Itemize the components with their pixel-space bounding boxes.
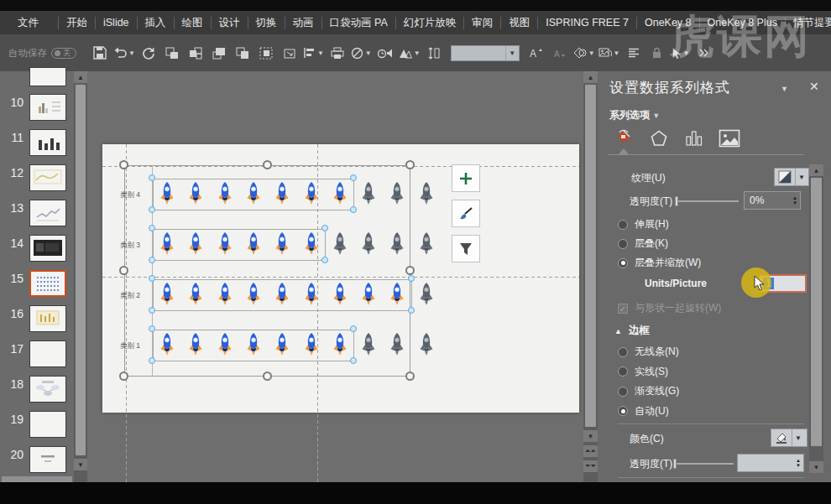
undo-icon[interactable]: ▼	[113, 42, 135, 64]
more-commands-icon[interactable]	[694, 42, 714, 64]
ribbon-tab-6[interactable]: 切换	[248, 11, 285, 34]
slide-thumbnail-14[interactable]	[29, 235, 66, 262]
border-section-header[interactable]: ▲ 边框	[614, 324, 650, 338]
slide-thumbnail-19[interactable]	[29, 411, 66, 438]
grow-font-icon[interactable]: A	[526, 42, 546, 64]
slide-thumbnail-18[interactable]	[29, 376, 66, 403]
selection-handle[interactable]	[405, 372, 415, 381]
ribbon-tab-file[interactable]: 文件	[10, 11, 46, 34]
next-slide-icon[interactable]: ⏷⏷	[583, 460, 598, 472]
resize-shape-icon[interactable]	[280, 42, 300, 64]
ribbon-tab-2[interactable]: iSlide	[96, 11, 137, 34]
chart-filters-button[interactable]	[452, 235, 480, 262]
slide-thumbnail-16[interactable]	[29, 305, 66, 332]
slide-thumbnail-11[interactable]	[29, 129, 66, 156]
merge-shapes-icon[interactable]: ▼	[573, 42, 595, 64]
border-radio-0[interactable]: 无线条(N)	[618, 345, 679, 359]
autosave-toggle[interactable]: 自动保存 关	[8, 47, 76, 60]
pane-scrollbar[interactable]: ▲ ▼	[809, 164, 823, 473]
fill-radio-2[interactable]: 层叠并缩放(W)	[618, 256, 701, 270]
timing-sound-icon[interactable]	[375, 42, 395, 64]
selection-handle[interactable]	[119, 372, 128, 381]
data-point-selection[interactable]	[153, 179, 354, 210]
fill-radio-1[interactable]: 层叠(K)	[618, 236, 668, 251]
border-radio-1[interactable]: 实线(S)	[618, 365, 668, 379]
data-point-selection[interactable]	[153, 279, 412, 311]
slide-thumbnail-partial[interactable]	[29, 67, 66, 86]
ribbon-tab-13[interactable]: OneKey 8	[637, 11, 699, 34]
ribbon-tab-14[interactable]: OneKey 8 Plus	[700, 11, 785, 34]
ribbon-tab-3[interactable]: 插入	[138, 11, 174, 34]
ribbon-tab-5[interactable]: 设计	[212, 11, 248, 34]
spin-down-icon[interactable]: ▼	[796, 463, 801, 468]
rocket-empty-icon[interactable]	[358, 231, 379, 258]
slider-thumb[interactable]	[673, 459, 677, 469]
redo-icon[interactable]	[138, 42, 159, 64]
series-options-dropdown[interactable]: 系列选项 ▼	[609, 108, 660, 122]
rocket-empty-icon[interactable]	[386, 181, 408, 208]
shrink-font-icon[interactable]: A	[550, 42, 570, 64]
chart-elements-button[interactable]	[452, 164, 480, 192]
print-icon[interactable]	[327, 42, 348, 64]
slide-thumbnail-17[interactable]	[29, 340, 66, 367]
pane-close-icon[interactable]: ✕	[809, 80, 819, 93]
border-transparency-slider[interactable]	[673, 463, 734, 465]
slide-thumbnail-20[interactable]	[29, 446, 66, 473]
slide-thumbnail-10[interactable]	[29, 94, 66, 121]
ribbon-tab-12[interactable]: ISPRING FREE 7	[538, 11, 636, 34]
lock-icon[interactable]	[647, 42, 667, 64]
ribbon-tab-8[interactable]: 口袋动画 PA	[322, 11, 395, 34]
chart-styles-button[interactable]	[452, 200, 480, 227]
text-align-icon[interactable]	[624, 42, 644, 64]
rocket-empty-icon[interactable]	[416, 282, 437, 309]
ribbon-tab-15[interactable]: 情节提要	[786, 11, 831, 34]
fill-transparency-slider[interactable]	[675, 200, 739, 202]
slide-editing-canvas[interactable]: 类别 4类别 3类别 2类别 1	[88, 71, 583, 482]
thumbnail-scrollbar[interactable]: ▲ ▼	[74, 71, 87, 482]
scroll-up-icon[interactable]: ▲	[583, 71, 598, 83]
send-backward-icon[interactable]	[233, 42, 253, 64]
selection-handle[interactable]	[119, 160, 128, 169]
effects-pentagon-icon[interactable]	[646, 127, 672, 150]
rocket-empty-icon[interactable]	[416, 181, 437, 208]
border-color-button[interactable]: ▼	[771, 429, 807, 447]
series-selection-handle[interactable]	[321, 225, 328, 231]
thumbnail-scrollbar-thumb[interactable]	[76, 85, 86, 455]
selection-handle[interactable]	[405, 160, 415, 169]
texture-dropdown-icon[interactable]: ▼	[795, 169, 807, 185]
selection-handle[interactable]	[405, 266, 415, 275]
fill-transparency-spinner[interactable]: 0% ▲▼	[744, 191, 801, 210]
series-selection-handle[interactable]	[408, 275, 415, 282]
slide-thumbnail-12[interactable]	[29, 164, 66, 191]
ribbon-tab-11[interactable]: 视图	[501, 11, 537, 34]
spin-down-icon[interactable]: ▼	[792, 200, 797, 205]
series-selection-handle[interactable]	[149, 225, 155, 231]
ribbon-tab-7[interactable]: 动画	[285, 11, 321, 34]
style-combobox[interactable]: ▼	[451, 45, 520, 61]
scroll-up-icon[interactable]: ▲	[809, 164, 823, 176]
selection-handle[interactable]	[119, 266, 128, 275]
color-dropdown-icon[interactable]: ▼	[792, 429, 804, 446]
border-transparency-spinner[interactable]: ▲▼	[737, 454, 804, 472]
scroll-down-icon[interactable]: ▼	[74, 459, 87, 470]
row-height-icon[interactable]	[424, 42, 444, 64]
canvas-scrollbar-thumb[interactable]	[585, 85, 596, 427]
rocket-empty-icon[interactable]	[358, 181, 379, 208]
border-radio-2[interactable]: 渐变线(G)	[618, 384, 679, 398]
selection-handle[interactable]	[263, 372, 272, 381]
series-selection-handle[interactable]	[321, 257, 328, 263]
selection-rect-icon[interactable]	[256, 42, 276, 64]
gradient-icon[interactable]: ▼	[399, 42, 421, 64]
previous-slide-icon[interactable]: ⏶⏶	[583, 445, 598, 457]
rocket-empty-icon[interactable]	[386, 332, 408, 359]
rocket-empty-icon[interactable]	[416, 231, 437, 258]
pointer-icon[interactable]: ▼	[671, 42, 691, 64]
bring-forward-icon[interactable]	[209, 42, 229, 64]
series-selection-handle[interactable]	[149, 257, 155, 263]
ribbon-tab-9[interactable]: 幻灯片放映	[396, 11, 464, 34]
series-selection-handle[interactable]	[408, 307, 415, 314]
ribbon-tab-4[interactable]: 绘图	[175, 11, 211, 34]
series-options-chart-icon[interactable]	[682, 127, 707, 150]
data-point-selection[interactable]	[153, 330, 354, 361]
pane-options-dropdown-icon[interactable]: ▼	[781, 85, 788, 93]
